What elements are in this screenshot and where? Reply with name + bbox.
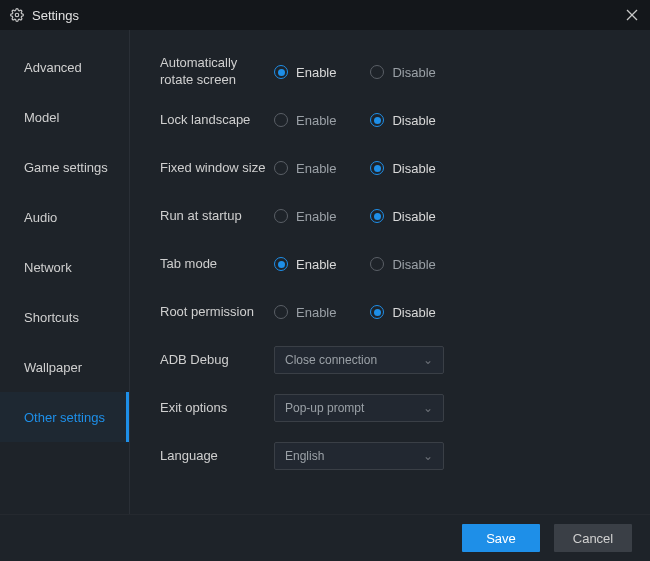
- radio-circle-icon: [274, 65, 288, 79]
- radio-group-fixed: Enable Disable: [274, 161, 436, 176]
- radio-label: Enable: [296, 65, 336, 80]
- setting-label: Exit options: [160, 400, 270, 417]
- titlebar: Settings: [0, 0, 650, 30]
- radio-circle-icon: [370, 113, 384, 127]
- close-icon[interactable]: [624, 7, 640, 23]
- setting-lock: Lock landscape Enable Disable: [160, 96, 620, 144]
- setting-label: Root permission: [160, 304, 270, 321]
- svg-point-0: [15, 13, 19, 17]
- radio-label: Disable: [392, 257, 435, 272]
- radio-circle-icon: [370, 161, 384, 175]
- setting-label: Run at startup: [160, 208, 270, 225]
- setting-adb: ADB Debug Close connection ⌄: [160, 336, 620, 384]
- sidebar-item-other-settings[interactable]: Other settings: [0, 392, 129, 442]
- setting-label: Fixed window size: [160, 160, 270, 177]
- radio-disable[interactable]: Disable: [370, 305, 435, 320]
- language-select[interactable]: English ⌄: [274, 442, 444, 470]
- setting-startup: Run at startup Enable Disable: [160, 192, 620, 240]
- sidebar-item-wallpaper[interactable]: Wallpaper: [0, 342, 129, 392]
- radio-label: Disable: [392, 161, 435, 176]
- cancel-button[interactable]: Cancel: [554, 524, 632, 552]
- radio-group-root: Enable Disable: [274, 305, 436, 320]
- sidebar-item-game-settings[interactable]: Game settings: [0, 142, 129, 192]
- sidebar-item-advanced[interactable]: Advanced: [0, 42, 129, 92]
- radio-label: Enable: [296, 161, 336, 176]
- save-button[interactable]: Save: [462, 524, 540, 552]
- setting-label: Tab mode: [160, 256, 270, 273]
- sidebar-item-network[interactable]: Network: [0, 242, 129, 292]
- sidebar-item-model[interactable]: Model: [0, 92, 129, 142]
- setting-tab: Tab mode Enable Disable: [160, 240, 620, 288]
- content-panel: Automatically rotate screen Enable Disab…: [130, 30, 650, 514]
- radio-label: Enable: [296, 305, 336, 320]
- gear-icon: [10, 8, 24, 22]
- select-value: Close connection: [285, 353, 377, 367]
- sidebar-item-label: Wallpaper: [24, 360, 82, 375]
- setting-exit: Exit options Pop-up prompt ⌄: [160, 384, 620, 432]
- radio-circle-icon: [274, 257, 288, 271]
- sidebar-item-label: Other settings: [24, 410, 105, 425]
- adb-select[interactable]: Close connection ⌄: [274, 346, 444, 374]
- sidebar-item-label: Shortcuts: [24, 310, 79, 325]
- radio-circle-icon: [370, 257, 384, 271]
- radio-circle-icon: [370, 65, 384, 79]
- radio-circle-icon: [274, 209, 288, 223]
- radio-label: Enable: [296, 113, 336, 128]
- radio-group-tab: Enable Disable: [274, 257, 436, 272]
- radio-disable[interactable]: Disable: [370, 113, 435, 128]
- chevron-down-icon: ⌄: [423, 449, 433, 463]
- setting-label: ADB Debug: [160, 352, 270, 369]
- sidebar: Advanced Model Game settings Audio Netwo…: [0, 30, 130, 514]
- sidebar-item-label: Audio: [24, 210, 57, 225]
- window-title: Settings: [32, 8, 79, 23]
- radio-disable[interactable]: Disable: [370, 209, 435, 224]
- radio-label: Disable: [392, 305, 435, 320]
- exit-select[interactable]: Pop-up prompt ⌄: [274, 394, 444, 422]
- radio-disable[interactable]: Disable: [370, 65, 435, 80]
- radio-enable[interactable]: Enable: [274, 65, 336, 80]
- radio-enable[interactable]: Enable: [274, 161, 336, 176]
- footer: Save Cancel: [0, 514, 650, 561]
- radio-label: Enable: [296, 257, 336, 272]
- setting-label: Lock landscape: [160, 112, 270, 129]
- select-value: English: [285, 449, 324, 463]
- radio-enable[interactable]: Enable: [274, 209, 336, 224]
- radio-enable[interactable]: Enable: [274, 257, 336, 272]
- chevron-down-icon: ⌄: [423, 353, 433, 367]
- radio-circle-icon: [370, 305, 384, 319]
- setting-language: Language English ⌄: [160, 432, 620, 480]
- chevron-down-icon: ⌄: [423, 401, 433, 415]
- sidebar-item-label: Game settings: [24, 160, 108, 175]
- radio-circle-icon: [370, 209, 384, 223]
- radio-label: Disable: [392, 113, 435, 128]
- radio-enable[interactable]: Enable: [274, 305, 336, 320]
- sidebar-item-label: Advanced: [24, 60, 82, 75]
- radio-label: Enable: [296, 209, 336, 224]
- radio-disable[interactable]: Disable: [370, 257, 435, 272]
- radio-group-lock: Enable Disable: [274, 113, 436, 128]
- radio-disable[interactable]: Disable: [370, 161, 435, 176]
- radio-enable[interactable]: Enable: [274, 113, 336, 128]
- setting-root: Root permission Enable Disable: [160, 288, 620, 336]
- setting-fixed: Fixed window size Enable Disable: [160, 144, 620, 192]
- radio-circle-icon: [274, 161, 288, 175]
- sidebar-item-audio[interactable]: Audio: [0, 192, 129, 242]
- radio-label: Disable: [392, 209, 435, 224]
- setting-rotate: Automatically rotate screen Enable Disab…: [160, 48, 620, 96]
- sidebar-item-label: Network: [24, 260, 72, 275]
- radio-group-startup: Enable Disable: [274, 209, 436, 224]
- setting-label: Language: [160, 448, 270, 465]
- setting-label: Automatically rotate screen: [160, 55, 270, 89]
- sidebar-item-shortcuts[interactable]: Shortcuts: [0, 292, 129, 342]
- radio-circle-icon: [274, 305, 288, 319]
- select-value: Pop-up prompt: [285, 401, 364, 415]
- radio-group-rotate: Enable Disable: [274, 65, 436, 80]
- radio-circle-icon: [274, 113, 288, 127]
- radio-label: Disable: [392, 65, 435, 80]
- sidebar-item-label: Model: [24, 110, 59, 125]
